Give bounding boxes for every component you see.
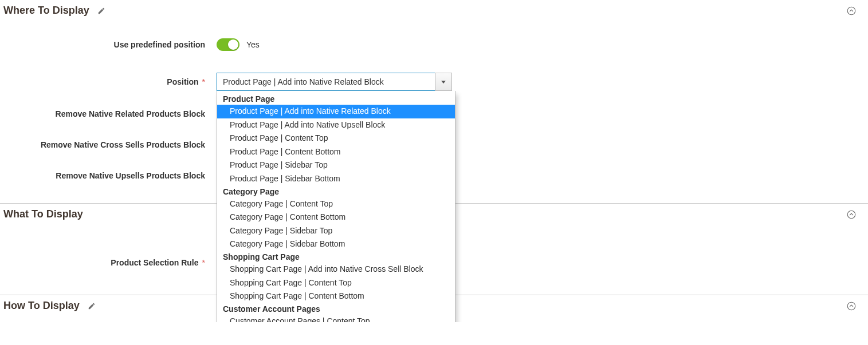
position-option[interactable]: Product Page | Content Bottom	[217, 145, 455, 159]
svg-point-2	[847, 302, 855, 310]
label-position: Position*	[0, 77, 217, 86]
section-title: What To Display	[3, 208, 83, 220]
position-option[interactable]: Product Page | Sidebar Top	[217, 158, 455, 172]
position-option[interactable]: Product Page | Add into Native Related B…	[217, 105, 455, 118]
position-option[interactable]: Product Page | Content Top	[217, 132, 455, 145]
label-product-selection-rule: Product Selection Rule*	[0, 258, 217, 267]
position-option[interactable]: Shopping Cart Page | Add into Native Cro…	[217, 263, 455, 276]
row-position: Position* Product Page | Add into Native…	[0, 73, 868, 91]
row-use-predefined-position: Use predefined position Yes	[0, 38, 868, 51]
position-select-arrow[interactable]	[435, 73, 452, 91]
position-option[interactable]: Category Page | Sidebar Top	[217, 224, 455, 238]
position-option[interactable]: Customer Account Pages | Content Top	[217, 315, 455, 322]
chevron-up-circle-icon[interactable]	[846, 301, 857, 311]
svg-point-0	[847, 7, 855, 15]
toggle-use-predefined-position[interactable]	[217, 38, 239, 51]
required-asterisk: *	[202, 258, 205, 267]
position-option[interactable]: Category Page | Sidebar Bottom	[217, 237, 455, 251]
svg-point-1	[847, 211, 855, 219]
pencil-icon[interactable]	[88, 302, 96, 310]
position-option[interactable]: Category Page | Content Bottom	[217, 211, 455, 224]
section-header-where[interactable]: Where To Display	[0, 0, 868, 27]
section-where-to-display: Where To Display Use predefined position…	[0, 0, 868, 204]
label-remove-native-upsell: Remove Native Upsells Products Block	[0, 171, 217, 180]
optgroup-label: Product Page	[217, 93, 455, 105]
optgroup-label: Customer Account Pages	[217, 303, 455, 315]
position-dropdown-panel[interactable]: Product PageProduct Page | Add into Nati…	[217, 91, 455, 322]
position-option[interactable]: Shopping Cart Page | Content Top	[217, 276, 455, 290]
position-option[interactable]: Product Page | Sidebar Bottom	[217, 172, 455, 186]
label-remove-native-related: Remove Native Related Products Block	[0, 109, 217, 118]
position-option[interactable]: Shopping Cart Page | Content Bottom	[217, 290, 455, 303]
position-option[interactable]: Category Page | Content Top	[217, 197, 455, 211]
section-title: How To Display	[3, 300, 80, 312]
label-use-predefined-position: Use predefined position	[0, 40, 217, 49]
chevron-down-icon	[441, 81, 446, 84]
optgroup-label: Category Page	[217, 186, 455, 197]
position-select[interactable]: Product Page | Add into Native Related B…	[217, 73, 435, 91]
chevron-up-circle-icon[interactable]	[846, 209, 857, 220]
position-option[interactable]: Product Page | Add into Native Upsell Bl…	[217, 118, 455, 132]
pencil-icon[interactable]	[97, 7, 105, 15]
toggle-value-label: Yes	[246, 40, 260, 49]
required-asterisk: *	[202, 77, 205, 86]
toggle-knob	[228, 39, 238, 50]
optgroup-label: Shopping Cart Page	[217, 251, 455, 263]
chevron-up-circle-icon[interactable]	[846, 6, 857, 16]
label-remove-native-crosssell: Remove Native Cross Sells Products Block	[0, 140, 217, 149]
section-body-where: Use predefined position Yes Position* Pr…	[0, 27, 868, 203]
section-title: Where To Display	[3, 5, 89, 17]
